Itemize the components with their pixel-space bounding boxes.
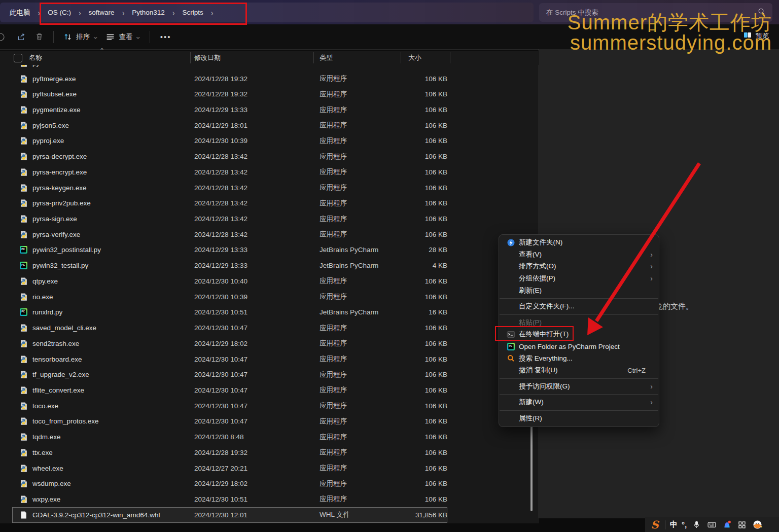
column-divider[interactable]	[401, 52, 401, 63]
search-box[interactable]: 在 Scripts 中搜索	[539, 3, 772, 22]
file-row[interactable]: pyproj.exe2024/12/30 10:39应用程序106 KB	[0, 133, 539, 149]
file-date: 2024/12/30 10:47	[194, 386, 320, 394]
share-button[interactable]	[13, 29, 30, 45]
file-date: 2024/12/30 10:51	[194, 308, 320, 316]
file-row[interactable]: pyftsubset.exe2024/12/28 19:32应用程序106 KB	[0, 86, 539, 102]
column-header-size[interactable]: 大小	[408, 53, 421, 62]
more-options-button[interactable]: •••	[155, 32, 176, 41]
file-row[interactable]: pygmentize.exe2024/12/29 13:33应用程序106 KB	[0, 102, 539, 118]
file-type: 应用程序	[320, 464, 401, 473]
menu-item[interactable]: 属性(R)	[499, 412, 659, 424]
file-type: JetBrains PyCharm	[320, 246, 401, 254]
file-size: 106 KB	[401, 90, 447, 98]
menu-item[interactable]: 刷新(E)	[499, 285, 659, 297]
file-row[interactable]: ttx.exe2024/12/28 19:32应用程序106 KB	[0, 445, 539, 460]
file-row[interactable]: wsdump.exe2024/12/29 18:02应用程序106 KB	[0, 476, 539, 491]
clipped-toolbar-icon[interactable]	[0, 29, 13, 45]
keyboard-icon[interactable]	[706, 519, 717, 530]
column-divider[interactable]	[450, 52, 450, 63]
file-row[interactable]: pyrsa-keygen.exe2024/12/28 13:42应用程序106 …	[0, 180, 539, 196]
column-header-type[interactable]: 类型	[320, 53, 333, 62]
preview-toggle-button[interactable]: 预览	[743, 30, 769, 41]
menu-item[interactable]: 查看(V)›	[499, 249, 659, 261]
breadcrumb-item[interactable]: Python312	[127, 7, 169, 18]
menu-item[interactable]: 新建(W)›	[499, 397, 659, 409]
file-row[interactable]: PCrunxlrd.py2024/12/30 10:51JetBrains Py…	[0, 305, 539, 321]
breadcrumb-item[interactable]: Scripts	[178, 7, 208, 18]
file-type: WHL 文件	[320, 510, 401, 519]
menu-item-open-in-terminal[interactable]: 在终端中打开(T)	[499, 329, 659, 341]
file-row[interactable]: tf_upgrade_v2.exe2024/12/30 10:47应用程序106…	[0, 367, 539, 382]
file-name-cell: ttx.exe	[0, 448, 194, 457]
menu-item[interactable]: 新建文件夹(N)	[499, 237, 659, 249]
column-divider[interactable]	[190, 52, 191, 63]
select-all-checkbox[interactable]	[14, 54, 22, 62]
punctuation-icon[interactable]: °,	[682, 519, 687, 530]
mascot-icon[interactable]	[752, 519, 763, 530]
file-date: 2024/12/28 13:42	[194, 168, 320, 176]
file-row[interactable]: wheel.exe2024/12/27 20:21应用程序106 KB	[0, 460, 539, 476]
python-exe-icon	[19, 355, 28, 364]
lang-zh-icon[interactable]: 中	[670, 519, 678, 530]
menu-item[interactable]: 搜索 Everything...	[499, 352, 659, 365]
file-row[interactable]: pyrsa-verify.exe2024/12/28 13:42应用程序106 …	[0, 227, 539, 242]
file-row-clipped[interactable]: py	[0, 65, 539, 71]
microphone-icon[interactable]	[691, 519, 702, 530]
file-type: 应用程序	[320, 199, 401, 208]
skin-badge-icon[interactable]	[721, 519, 732, 530]
breadcrumb-item[interactable]: software	[84, 7, 119, 18]
file-date: 2024/12/30 10:39	[194, 293, 320, 301]
menu-item[interactable]: 撤消 复制(U)Ctrl+Z	[499, 364, 659, 376]
file-row[interactable]: pyrsa-decrypt.exe2024/12/28 13:42应用程序106…	[0, 149, 539, 164]
file-row[interactable]: wxpy.exe2024/12/30 10:51应用程序106 KB	[0, 491, 539, 507]
file-size: 106 KB	[401, 122, 447, 129]
sort-button[interactable]: 排序 ⌄	[59, 29, 101, 45]
menu-item-label: 撤消 复制(U)	[519, 366, 558, 375]
sogou-s-icon[interactable]: S	[649, 519, 660, 530]
file-row[interactable]: pyrsa-sign.exe2024/12/28 13:42应用程序106 KB	[0, 211, 539, 227]
toolbox-grid-icon[interactable]	[736, 519, 748, 530]
file-row[interactable]: pyrsa-priv2pub.exe2024/12/28 13:42应用程序10…	[0, 195, 539, 211]
file-size: 31,856 KB	[401, 511, 447, 519]
python-exe-icon	[19, 121, 28, 130]
file-row[interactable]: toco.exe2024/12/30 10:47应用程序106 KB	[0, 398, 539, 414]
file-row[interactable]: GDAL-3.9.2-cp312-cp312-win_amd64.whl2024…	[0, 507, 539, 523]
file-size: 106 KB	[401, 449, 447, 456]
file-row[interactable]: saved_model_cli.exe2024/12/30 10:47应用程序1…	[0, 320, 539, 336]
file-row[interactable]: send2trash.exe2024/12/29 18:02应用程序106 KB	[0, 336, 539, 351]
file-type: 应用程序	[320, 339, 401, 348]
file-row[interactable]: pyftmerge.exe2024/12/28 19:32应用程序106 KB	[0, 71, 539, 87]
menu-item[interactable]: 分组依据(P)›	[499, 272, 659, 285]
file-row[interactable]: pyjson5.exe2024/12/29 18:01应用程序106 KB	[0, 118, 539, 133]
menu-item[interactable]: 自定义文件夹(F)...	[499, 300, 659, 312]
file-row[interactable]: qtpy.exe2024/12/30 10:40应用程序106 KB	[0, 273, 539, 289]
breadcrumb-this-pc[interactable]: 此电脑	[5, 7, 35, 19]
python-exe-icon	[19, 324, 28, 332]
column-header-date[interactable]: 修改日期	[194, 53, 221, 62]
file-row[interactable]: pyrsa-encrypt.exe2024/12/28 13:42应用程序106…	[0, 164, 539, 180]
pycharm-icon: PC	[507, 342, 518, 351]
column-header-row: ⌃ 名称 修改日期 类型 大小	[0, 51, 539, 65]
python-exe-icon	[19, 199, 28, 207]
file-row[interactable]: PCpywin32_testall.py2024/12/29 13:33JetB…	[0, 258, 539, 273]
menu-item[interactable]: PCOpen Folder as PyCharm Project	[499, 340, 659, 352]
address-bar[interactable]: 此电脑 › OS (C:)›software›Python312›Scripts…	[0, 3, 534, 22]
column-header-name[interactable]: 名称	[29, 53, 42, 62]
file-row[interactable]: toco_from_protos.exe2024/12/30 10:47应用程序…	[0, 414, 539, 430]
delete-button[interactable]	[30, 29, 48, 45]
file-row[interactable]: rio.exe2024/12/30 10:39应用程序106 KB	[0, 289, 539, 305]
menu-item[interactable]: 排序方式(O)›	[499, 261, 659, 273]
submenu-chevron-icon: ›	[650, 398, 653, 406]
file-row[interactable]: PCpywin32_postinstall.py2024/12/29 13:33…	[0, 242, 539, 258]
file-row[interactable]: tflite_convert.exe2024/12/30 10:47应用程序10…	[0, 382, 539, 398]
file-row[interactable]: tqdm.exe2024/12/30 8:48应用程序106 KB	[0, 429, 539, 445]
column-divider[interactable]	[313, 52, 314, 63]
file-name-cell: pyproj.exe	[0, 136, 194, 145]
view-button[interactable]: 查看 ⌄	[101, 29, 144, 45]
file-row[interactable]: tensorboard.exe2024/12/30 10:47应用程序106 K…	[0, 351, 539, 367]
python-exe-icon	[19, 448, 28, 457]
menu-item[interactable]: 授予访问权限(G)›	[499, 380, 659, 393]
breadcrumb-item[interactable]: OS (C:)	[43, 7, 76, 18]
search-icon[interactable]	[758, 8, 765, 17]
python-exe-icon	[19, 293, 28, 301]
